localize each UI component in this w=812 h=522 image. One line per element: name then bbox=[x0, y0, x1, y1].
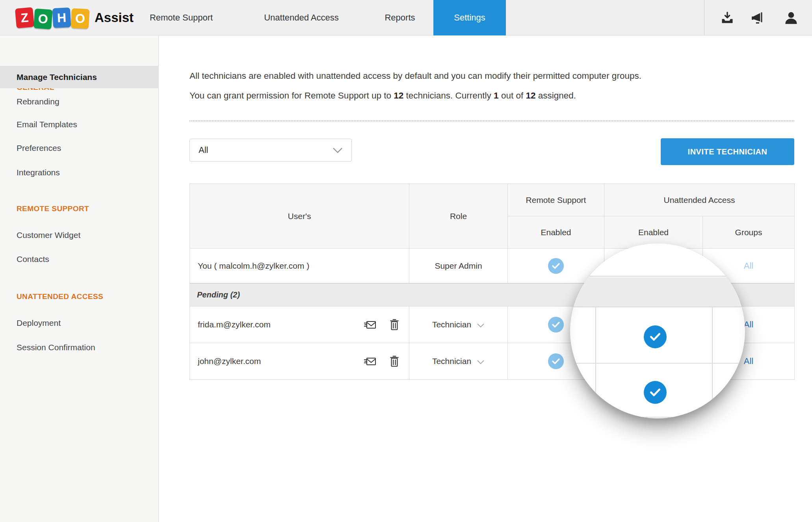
col-header-groups: Groups bbox=[703, 216, 795, 249]
user-icon[interactable] bbox=[784, 11, 798, 25]
table-row-john-user: john@zylker.com bbox=[190, 343, 409, 380]
table-row-john-role-cell: Technician bbox=[409, 343, 508, 380]
logo-tile-z: Z bbox=[15, 7, 34, 28]
tab-reports[interactable]: Reports bbox=[370, 0, 429, 35]
sidebar-item-contacts[interactable]: Contacts bbox=[0, 250, 159, 268]
zoho-logo-tiles: Z O H O bbox=[16, 8, 90, 28]
zoho-assist-settings-page: Z O H O Assist Remote Support Unattended… bbox=[0, 0, 812, 522]
technician-filter-dropdown[interactable]: All bbox=[190, 139, 352, 162]
lens-row-border bbox=[570, 363, 745, 364]
tab-remote-support[interactable]: Remote Support bbox=[130, 0, 232, 35]
intro-line1: All technicians are enabled with unatten… bbox=[190, 71, 641, 81]
role-value: Technician bbox=[432, 320, 471, 329]
col-header-unattended-access: Unattended Access bbox=[604, 184, 795, 216]
logo-tile-h: H bbox=[52, 7, 71, 28]
tab-settings[interactable]: Settings bbox=[433, 0, 506, 35]
pending-email: frida.m@zylker.com bbox=[198, 320, 271, 329]
row-actions bbox=[363, 343, 401, 379]
sidebar-item-rebranding[interactable]: Rebranding bbox=[0, 93, 159, 111]
announcement-icon[interactable] bbox=[751, 11, 765, 25]
sidebar-item-preferences[interactable]: Preferences bbox=[0, 139, 159, 157]
role-value: Technician bbox=[432, 357, 471, 366]
pending-email: john@zylker.com bbox=[198, 357, 261, 366]
sidebar-item-deployment[interactable]: Deployment bbox=[0, 314, 159, 332]
logo-tile-o1: O bbox=[33, 8, 52, 29]
chevron-down-icon bbox=[477, 323, 485, 328]
lens-pending-strip bbox=[570, 277, 745, 307]
sidebar-item-integrations[interactable]: Integrations bbox=[0, 163, 159, 182]
topnav-divider bbox=[704, 0, 704, 35]
groups-all-link[interactable]: All bbox=[744, 261, 753, 271]
logo-tile-o2: O bbox=[71, 8, 90, 29]
intro-line2: You can grant permission for Remote Supp… bbox=[190, 91, 576, 100]
role-dropdown[interactable]: Technician bbox=[432, 320, 485, 329]
groups-all-link[interactable]: All bbox=[744, 320, 753, 330]
dashed-separator bbox=[190, 121, 794, 121]
table-row-you-user: You ( malcolm.h@zylker.com ) bbox=[190, 249, 409, 283]
table-row-you-role: Super Admin bbox=[409, 249, 508, 283]
col-header-rs-enabled: Enabled bbox=[508, 216, 604, 249]
filter-selected-value: All bbox=[199, 139, 208, 161]
table-row-frida-user: frida.m@zylker.com bbox=[190, 307, 409, 343]
magnifier-lens bbox=[570, 243, 745, 418]
rs-enabled-check-icon[interactable] bbox=[548, 353, 564, 369]
row-actions bbox=[363, 307, 401, 343]
sidebar-item-session-confirmation[interactable]: Session Confirmation bbox=[0, 338, 159, 357]
delete-trash-icon[interactable] bbox=[388, 318, 401, 331]
zoho-assist-logo[interactable]: Z O H O Assist bbox=[16, 0, 134, 35]
resend-invite-icon[interactable] bbox=[363, 318, 377, 331]
col-header-remote-support: Remote Support bbox=[508, 184, 604, 216]
tab-unattended-access[interactable]: Unattended Access bbox=[242, 0, 360, 35]
sidebar-heading-unattended-access: UNATTENDED ACCESS bbox=[17, 292, 103, 301]
settings-sidebar: GENERAL Manage Technicians Rebranding Em… bbox=[0, 36, 159, 522]
brand-name: Assist bbox=[95, 10, 134, 25]
table-row-frida-role-cell: Technician bbox=[409, 307, 508, 343]
role-dropdown[interactable]: Technician bbox=[432, 357, 485, 366]
ua-enabled-check-icon[interactable] bbox=[644, 381, 667, 404]
chevron-down-icon bbox=[333, 147, 343, 154]
download-icon[interactable] bbox=[720, 11, 734, 25]
sidebar-item-manage-technicians[interactable]: Manage Technicians bbox=[0, 66, 159, 88]
groups-all-link[interactable]: All bbox=[744, 356, 753, 366]
lens-row-border bbox=[570, 417, 745, 418]
resend-invite-icon[interactable] bbox=[363, 355, 377, 368]
intro-text: All technicians are enabled with unatten… bbox=[190, 66, 798, 106]
sidebar-item-email-templates[interactable]: Email Templates bbox=[0, 115, 159, 134]
delete-trash-icon[interactable] bbox=[388, 355, 401, 368]
top-navigation-bar: Z O H O Assist Remote Support Unattended… bbox=[0, 0, 812, 35]
invite-technician-button[interactable]: INVITE TECHNICIAN bbox=[661, 138, 794, 165]
col-header-users: User's bbox=[190, 184, 409, 249]
chevron-down-icon bbox=[477, 360, 485, 364]
rs-enabled-check-icon[interactable] bbox=[548, 258, 564, 274]
ua-enabled-check-icon[interactable] bbox=[644, 325, 667, 348]
sidebar-item-customer-widget[interactable]: Customer Widget bbox=[0, 226, 159, 244]
sidebar-heading-remote-support: REMOTE SUPPORT bbox=[17, 204, 89, 213]
col-header-role: Role bbox=[409, 184, 508, 249]
rs-enabled-check-icon[interactable] bbox=[548, 317, 564, 333]
